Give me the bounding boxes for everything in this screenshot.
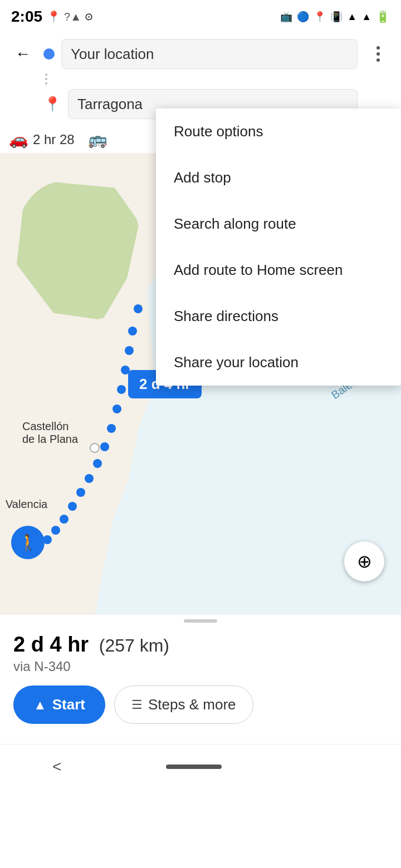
svg-point-2	[125, 346, 134, 355]
navigation-bar: <	[0, 744, 401, 788]
my-location-button[interactable]: ⊕	[344, 541, 384, 581]
signal-icon: ▲	[361, 11, 371, 23]
svg-point-6	[107, 424, 116, 433]
walk-mode-icon: 🚶	[11, 526, 45, 559]
location-icon: 📍	[314, 11, 326, 23]
home-indicator[interactable]	[166, 765, 222, 769]
back-button[interactable]: ←	[9, 40, 37, 68]
wifi-icon: ▲	[347, 11, 357, 23]
drag-handle-area[interactable]	[0, 615, 401, 625]
castellon-label: Castellónde la Plana	[22, 420, 78, 446]
svg-point-1	[128, 327, 137, 336]
svg-point-10	[76, 488, 85, 497]
menu-item-search-along[interactable]: Search along route	[156, 201, 401, 247]
menu-item-share-directions[interactable]: Share directions	[156, 293, 401, 339]
route-via: via N-340	[13, 659, 388, 674]
valencia-label: Valencia	[6, 498, 47, 511]
svg-point-12	[60, 515, 69, 524]
destination-pin-icon: 📍	[43, 96, 61, 113]
route-connector-icon	[45, 73, 47, 85]
start-button[interactable]: ▲ Start	[13, 685, 105, 724]
crosshair-icon: ⊕	[357, 551, 372, 572]
action-buttons: ▲ Start ☰ Steps & more	[13, 685, 388, 724]
status-icons-right: 📺 🔵 📍 📳 ▲ ▲ 🔋	[280, 10, 390, 23]
drag-handle	[184, 619, 217, 623]
navigation-arrow-icon: ▲	[33, 697, 47, 713]
transit-transport[interactable]: 🚌	[88, 130, 107, 149]
list-icon: ☰	[131, 698, 143, 712]
context-menu: Route options Add stop Search along rout…	[156, 108, 401, 386]
menu-item-add-home[interactable]: Add route to Home screen	[156, 247, 401, 293]
more-options-button[interactable]	[364, 40, 392, 68]
car-transport[interactable]: 🚗 2 hr 28	[9, 130, 75, 149]
vibrate-icon: 📳	[330, 11, 343, 23]
menu-item-add-stop[interactable]: Add stop	[156, 155, 401, 201]
bluetooth-icon: 🔵	[297, 11, 309, 23]
more-dots-icon	[376, 46, 380, 62]
svg-point-9	[85, 474, 94, 483]
menu-item-route-options[interactable]: Route options	[156, 108, 401, 155]
bottom-panel: 2 d 4 hr (257 km) via N-340 ▲ Start ☰ St…	[0, 625, 401, 744]
valencia-text: Valencia	[6, 498, 47, 510]
menu-item-share-location[interactable]: Share your location	[156, 339, 401, 386]
svg-point-5	[113, 405, 121, 413]
origin-input[interactable]: Your location	[61, 39, 358, 69]
status-time: 2:05	[11, 8, 42, 26]
svg-point-8	[93, 459, 102, 468]
battery-icon: 🔋	[376, 10, 390, 23]
svg-point-15	[90, 443, 99, 452]
steps-more-button[interactable]: ☰ Steps & more	[114, 685, 253, 724]
svg-point-0	[134, 304, 143, 313]
back-arrow-icon: ←	[15, 45, 31, 63]
signal-question-icon: ?▲	[64, 11, 81, 23]
svg-point-11	[68, 502, 77, 511]
system-back-button[interactable]: <	[52, 758, 61, 776]
svg-point-13	[51, 526, 60, 535]
screen-record-icon: ⊙	[85, 11, 93, 23]
route-duration: 2 d 4 hr (257 km)	[13, 633, 388, 657]
svg-point-7	[100, 442, 109, 451]
svg-point-4	[117, 385, 126, 394]
location-status-icon: 📍	[47, 10, 61, 23]
car-icon: 🚗	[9, 130, 28, 149]
status-bar: 2:05 📍 ?▲ ⊙ 📺 🔵 📍 📳 ▲ ▲ 🔋	[0, 0, 401, 33]
cast-icon: 📺	[280, 11, 292, 23]
transit-icon: 🚌	[88, 130, 107, 149]
origin-dot-icon	[43, 48, 55, 60]
